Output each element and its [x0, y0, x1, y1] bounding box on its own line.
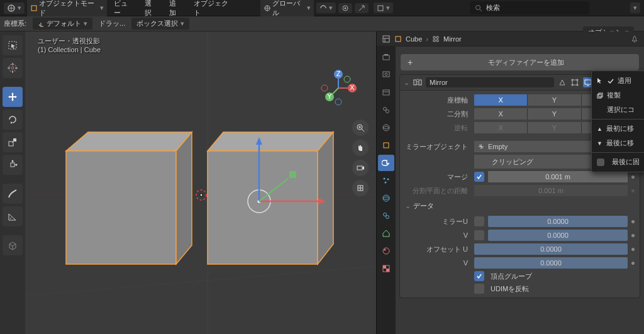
tab-world[interactable]: [378, 120, 394, 136]
property-tabs: [377, 47, 396, 334]
tab-constraints[interactable]: [378, 208, 394, 224]
tool-select[interactable]: [3, 35, 23, 55]
modifier-context-menu: 適用 複製 選択にコ ▲ 最初に移: [591, 70, 644, 172]
add-modifier-button[interactable]: + モディファイアーを追加: [401, 54, 639, 70]
pin-last-checkbox[interactable]: [597, 159, 604, 166]
mode-label: オブジェクトモード: [39, 0, 97, 18]
svg-point-110: [577, 84, 579, 86]
udim-label: UDIMを反転: [488, 284, 635, 294]
anim-dot[interactable]: [631, 175, 635, 179]
svg-point-84: [385, 73, 387, 75]
zoom-icon[interactable]: [352, 120, 369, 136]
bisect-x-button[interactable]: X: [474, 108, 528, 120]
orient-value: デフォルト: [47, 19, 81, 28]
axis-y-button[interactable]: Y: [528, 94, 581, 106]
anim-dot[interactable]: [631, 262, 635, 265]
tool-scale[interactable]: [3, 132, 23, 152]
svg-line-9: [359, 6, 364, 11]
svg-rect-12: [378, 6, 383, 11]
tab-output[interactable]: [378, 67, 394, 83]
select-mode-dropdown[interactable]: ボックス選択 ▾: [131, 18, 189, 30]
anim-dot[interactable]: [631, 234, 635, 237]
tab-scene[interactable]: [378, 102, 394, 118]
offset-u-value[interactable]: 0.0000: [474, 243, 628, 255]
tab-physics[interactable]: [378, 190, 394, 206]
overlay-dropdown[interactable]: ▾: [374, 3, 393, 13]
toggle-editmode-icon[interactable]: [570, 78, 579, 87]
svg-rect-103: [414, 80, 416, 85]
tool-rotate[interactable]: [3, 109, 23, 130]
bisect-dist-label: 分割平面との距離: [405, 186, 474, 196]
axis-x-button[interactable]: X: [474, 94, 528, 106]
tab-data[interactable]: [378, 225, 394, 242]
mirror-u-value[interactable]: 0.0000: [488, 216, 628, 227]
toggle-cage-icon[interactable]: [558, 78, 567, 87]
header-end-dropdown[interactable]: ▾: [630, 3, 640, 13]
merge-value-field[interactable]: 0.001 m: [488, 171, 628, 182]
tool-measure[interactable]: [3, 206, 23, 226]
perspective-icon[interactable]: [352, 180, 369, 196]
ctx-copy-selected[interactable]: 選択にコ: [592, 103, 644, 117]
tab-render[interactable]: [378, 49, 394, 65]
bisect-y-button[interactable]: Y: [528, 108, 581, 120]
ctx-apply[interactable]: 適用: [592, 74, 644, 88]
ctx-move-last[interactable]: ▼ 最後に移: [592, 136, 644, 150]
snap-toggle[interactable]: ▾: [316, 3, 336, 13]
camera-view-icon[interactable]: [352, 160, 369, 176]
data-subpanel-toggle[interactable]: ⌄ データ: [405, 199, 635, 213]
svg-point-89: [383, 125, 389, 131]
tab-modifier[interactable]: [378, 155, 394, 171]
breadcrumb-modifier[interactable]: Mirror: [443, 35, 462, 43]
collapse-icon[interactable]: ⌄: [404, 79, 409, 87]
breadcrumb-object[interactable]: Cube: [406, 35, 422, 43]
check-icon: [608, 78, 614, 84]
tab-viewlayer[interactable]: [378, 84, 394, 101]
svg-text:Z: Z: [336, 70, 341, 77]
ctx-move-first[interactable]: ▲ 最初に移: [592, 121, 644, 136]
editor-type-icon[interactable]: [382, 35, 391, 43]
nav-gizmo[interactable]: Z X Y: [319, 69, 357, 107]
anim-dot[interactable]: [631, 220, 635, 223]
clipping-label: クリッピング: [492, 157, 533, 167]
flip-x-button[interactable]: X: [474, 122, 528, 133]
header-misc-icon[interactable]: [355, 3, 369, 13]
mirror-u-check[interactable]: [474, 216, 484, 226]
mirror-object-label: ミラーオブジェクト: [405, 142, 474, 152]
svg-point-93: [385, 182, 387, 184]
ctx-pin-last[interactable]: 最後に固: [592, 155, 644, 169]
tab-object[interactable]: [378, 137, 394, 153]
modifier-name-input[interactable]: [426, 77, 554, 87]
svg-line-40: [25, 264, 376, 296]
svg-point-67: [321, 85, 328, 91]
tab-particles[interactable]: [378, 172, 394, 189]
tab-material[interactable]: [378, 243, 394, 259]
anim-dot[interactable]: [631, 248, 635, 251]
tool-move[interactable]: [3, 87, 23, 107]
flip-y-button[interactable]: Y: [528, 122, 581, 133]
tool-annotate[interactable]: [3, 184, 23, 204]
svg-point-99: [384, 249, 386, 251]
udim-checkbox[interactable]: [474, 284, 484, 294]
proportional-edit[interactable]: [338, 3, 352, 13]
tab-texture[interactable]: [378, 260, 394, 277]
orient-dropdown[interactable]: デフォルト ▾: [33, 18, 92, 30]
ctx-duplicate[interactable]: 複製: [592, 88, 644, 103]
clipping-checkbox[interactable]: [478, 157, 488, 167]
vgroup-checkbox[interactable]: [474, 271, 484, 281]
modifier-icon: [432, 35, 440, 43]
tool-add-primitive[interactable]: [3, 235, 23, 255]
tool-transform[interactable]: [3, 155, 23, 175]
offset-v-value[interactable]: 0.0000: [474, 257, 628, 269]
tool-cursor[interactable]: [3, 58, 23, 78]
svg-point-96: [384, 213, 387, 216]
orientation-label: グローバル: [272, 0, 305, 18]
3d-viewport[interactable]: ユーザー・透視投影 (1) Collection | Cube Z X Y: [25, 31, 376, 334]
editor-type-selector[interactable]: ▾: [4, 3, 25, 14]
pin-icon[interactable]: [630, 35, 639, 43]
mirror-v-value[interactable]: 0.0000: [488, 230, 628, 241]
merge-checkbox[interactable]: [474, 172, 484, 182]
mirror-object-value: Empty: [488, 143, 508, 150]
pan-icon[interactable]: [352, 140, 369, 156]
mirror-v-check[interactable]: [474, 230, 484, 240]
search-input[interactable]: 検索: [470, 1, 590, 14]
